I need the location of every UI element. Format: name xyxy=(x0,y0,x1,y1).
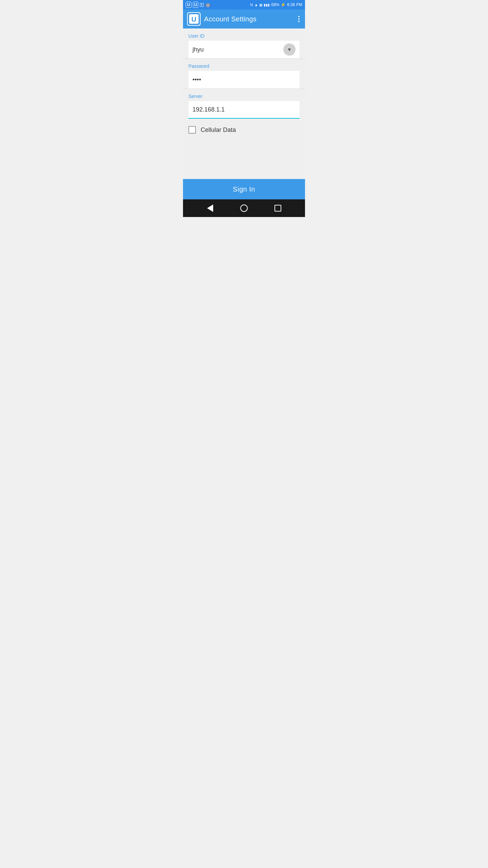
clock: 6:36 PM xyxy=(287,2,302,7)
content-spacer xyxy=(183,141,305,179)
app-logo-svg: U xyxy=(188,13,200,25)
recent-button[interactable] xyxy=(271,201,285,215)
android-icon: 🤖 xyxy=(205,2,210,7)
battery-percent: 68% xyxy=(271,2,279,7)
recent-icon xyxy=(274,205,281,212)
status-bar-right: N ▲ ▦ ▮▮▮ 68% ⚡ 6:36 PM xyxy=(250,2,302,7)
server-input[interactable] xyxy=(192,106,296,113)
password-label: Password xyxy=(188,63,300,69)
status-bar-left: U U ⚿ 🤖 xyxy=(186,2,210,8)
nav-bar xyxy=(183,199,305,217)
more-dot-3 xyxy=(298,21,300,22)
cellular-data-section: Cellular Data xyxy=(183,119,305,141)
user-id-section: User ID ▼ xyxy=(183,28,305,58)
chevron-down-icon: ▼ xyxy=(287,47,292,52)
user-id-field-container: ▼ xyxy=(188,41,300,58)
password-input[interactable] xyxy=(192,76,296,83)
nfc-icon: N xyxy=(250,3,253,7)
page-title: Account Settings xyxy=(204,15,257,23)
main-content: User ID ▼ Password Server Cellular Data … xyxy=(183,28,305,199)
u-icon-2: U xyxy=(193,2,199,8)
more-dot-2 xyxy=(298,18,300,20)
battery-icon: ⚡ xyxy=(281,2,286,7)
back-button[interactable] xyxy=(203,201,217,215)
app-bar: U Account Settings xyxy=(183,9,305,28)
app-bar-left: U Account Settings xyxy=(187,12,257,26)
wifi-icon: ▲ xyxy=(254,3,258,7)
more-options-button[interactable] xyxy=(297,15,301,23)
app-logo: U xyxy=(187,12,201,26)
more-dot-1 xyxy=(298,16,300,17)
home-icon xyxy=(240,204,248,212)
server-label: Server xyxy=(188,94,300,99)
signal-icon: ▮▮▮ xyxy=(264,3,270,7)
home-button[interactable] xyxy=(237,201,251,215)
user-id-dropdown-button[interactable]: ▼ xyxy=(283,43,296,56)
sim-icon: ▦ xyxy=(259,3,262,7)
svg-text:U: U xyxy=(191,16,196,23)
usb-icon: ⚿ xyxy=(200,2,204,7)
back-icon xyxy=(207,204,213,212)
password-section: Password xyxy=(183,59,305,88)
password-field-container xyxy=(188,71,300,88)
u-icon-1: U xyxy=(186,2,191,8)
cellular-data-label: Cellular Data xyxy=(201,126,236,134)
server-field-container xyxy=(188,101,300,119)
user-id-label: User ID xyxy=(188,33,300,39)
cellular-data-checkbox[interactable] xyxy=(188,126,196,134)
server-section: Server xyxy=(183,89,305,119)
sign-in-button[interactable]: Sign In xyxy=(183,179,305,199)
user-id-input[interactable] xyxy=(192,46,283,53)
status-bar: U U ⚿ 🤖 N ▲ ▦ ▮▮▮ 68% ⚡ 6:36 PM xyxy=(183,0,305,9)
